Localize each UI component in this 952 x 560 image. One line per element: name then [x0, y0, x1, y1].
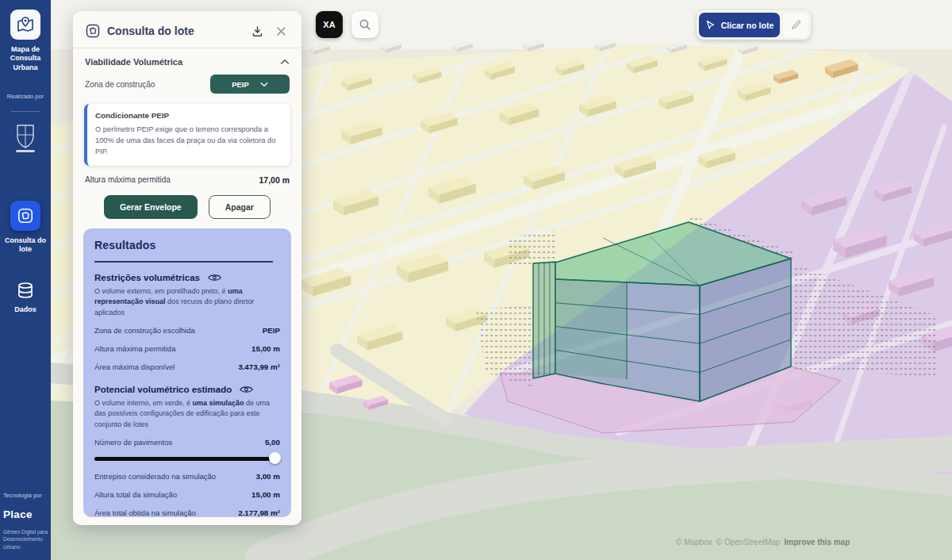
clicar-no-lote-label: Clicar no lote	[721, 21, 774, 30]
search-button[interactable]	[351, 11, 378, 38]
condicionante-title: Condicionante PEIP	[95, 111, 282, 120]
zona-construcao-select[interactable]: PEIP	[210, 75, 290, 94]
viabilidade-section-header[interactable]: Viabilidade Volumétrica	[83, 48, 291, 73]
sidebar-footer: Tecnologia por Place Gêmeo Digital para …	[3, 492, 48, 550]
pencil-icon	[790, 19, 802, 31]
app-root: Mapa de Consulta Urbana Realizado por Co…	[0, 0, 952, 560]
pavimentos-slider[interactable]	[94, 453, 280, 464]
result-row: Área máxima disponível 3.473,99 m²	[94, 362, 280, 373]
apagar-button[interactable]: Apagar	[209, 195, 271, 219]
restricoes-title: Restrições volumétricas	[94, 273, 200, 282]
result-row: Altura máxima permitida 15,00 m	[94, 344, 280, 355]
restricoes-body: O volume externo, em pontilhado preto, é…	[94, 286, 280, 319]
sidebar-item-dados[interactable]: Dados	[14, 281, 36, 314]
gerar-envelope-button[interactable]: Gerar Envelope	[104, 195, 198, 219]
eye-icon[interactable]	[240, 385, 253, 394]
zona-construcao-row: Zona de construção PEIP	[83, 73, 291, 94]
sidebar-nav: Consulta do lote Dados	[3, 201, 48, 315]
section-title: Viabilidade Volumétrica	[85, 57, 182, 67]
potencial-body: O volume interno, em verde, é uma simula…	[94, 398, 280, 431]
zona-construcao-label: Zona de construção	[85, 80, 155, 89]
results-title: Resultados	[94, 239, 280, 251]
sidebar-item-label: Consulta do lote	[3, 236, 48, 255]
city-crest-logo	[12, 121, 39, 155]
tecnologia-por-label: Tecnologia por	[3, 492, 42, 499]
chevron-down-icon	[260, 82, 268, 87]
result-row: Entrepiso considerado na simulação 3,00 …	[94, 472, 280, 482]
improve-map-link[interactable]: Improve this map	[784, 538, 850, 547]
action-buttons: Gerar Envelope Apagar	[83, 195, 291, 219]
download-icon	[251, 25, 263, 37]
slider-thumb[interactable]	[269, 452, 281, 464]
sidebar: Mapa de Consulta Urbana Realizado por Co…	[0, 0, 51, 560]
realizado-por-label: Realizado por	[7, 93, 44, 100]
app-logo-tile[interactable]	[10, 10, 40, 40]
chevron-up-icon	[280, 59, 290, 65]
download-button[interactable]	[248, 22, 266, 40]
lot-icon	[85, 23, 101, 39]
consulta-do-lote-tile[interactable]	[10, 201, 40, 231]
condicionante-body: O perímetro PEIP exige que o terreno cor…	[95, 125, 282, 158]
app-title: Mapa de Consulta Urbana	[3, 45, 48, 72]
brand-place: Place	[3, 508, 33, 520]
database-icon	[16, 281, 35, 300]
result-row: Altura total da simulação 15,00 m	[94, 490, 280, 501]
sidebar-item-label: Dados	[14, 305, 36, 314]
restricoes-header: Restrições volumétricas	[94, 273, 280, 282]
condicionante-card: Condicionante PEIP O perímetro PEIP exig…	[84, 104, 290, 166]
cursor-icon	[705, 20, 716, 30]
close-button[interactable]	[272, 22, 290, 40]
zona-selected-value: PEIP	[232, 80, 249, 89]
mapbox-attribution-link[interactable]: © Mapbox	[676, 538, 712, 547]
edit-lot-button[interactable]	[783, 13, 808, 37]
results-card: Resultados Restrições volumétricas O vol…	[83, 228, 291, 517]
sidebar-item-consulta-do-lote[interactable]: Consulta do lote	[3, 201, 48, 255]
result-row: Área total obtida na simulação 2.177,98 …	[94, 508, 280, 517]
panel-title: Consulta do lote	[107, 25, 242, 37]
eye-icon[interactable]	[208, 273, 221, 282]
map-pin-icon	[16, 15, 35, 34]
result-row: Zona de construção escolhida PEIP	[94, 326, 280, 336]
altura-maxima-row: Altura máxima permitida 17,00 m	[83, 166, 291, 185]
slider-track[interactable]	[94, 457, 278, 461]
results-underline	[94, 261, 273, 263]
lot-icon	[17, 207, 34, 224]
map-attribution: © Mapbox © OpenStreetMap Improve this ma…	[676, 538, 850, 547]
potencial-header: Potencial volumétrico estimado	[94, 385, 280, 394]
clicar-no-lote-button[interactable]: Clicar no lote	[699, 13, 780, 37]
xa-button[interactable]: XA	[316, 11, 343, 38]
panel-header: Consulta do lote	[83, 21, 291, 48]
search-icon	[359, 18, 371, 31]
osm-attribution-link[interactable]: © OpenStreetMap	[716, 538, 781, 547]
brand-subtitle: Gêmeo Digital para Desenvolvimento Urban…	[3, 528, 48, 550]
pavimentos-row: Número de pavimentos 5,00	[94, 438, 280, 448]
altura-maxima-label: Altura máxima permitida	[85, 175, 171, 184]
lot-tools-group: Clicar no lote	[697, 10, 811, 40]
consulta-panel: Consulta do lote Viabilidade Volumétrica	[73, 11, 301, 525]
sidebar-divider	[11, 111, 40, 112]
altura-maxima-value: 17,00 m	[259, 175, 290, 185]
potencial-title: Potencial volumétrico estimado	[94, 385, 232, 394]
close-icon	[276, 26, 286, 36]
